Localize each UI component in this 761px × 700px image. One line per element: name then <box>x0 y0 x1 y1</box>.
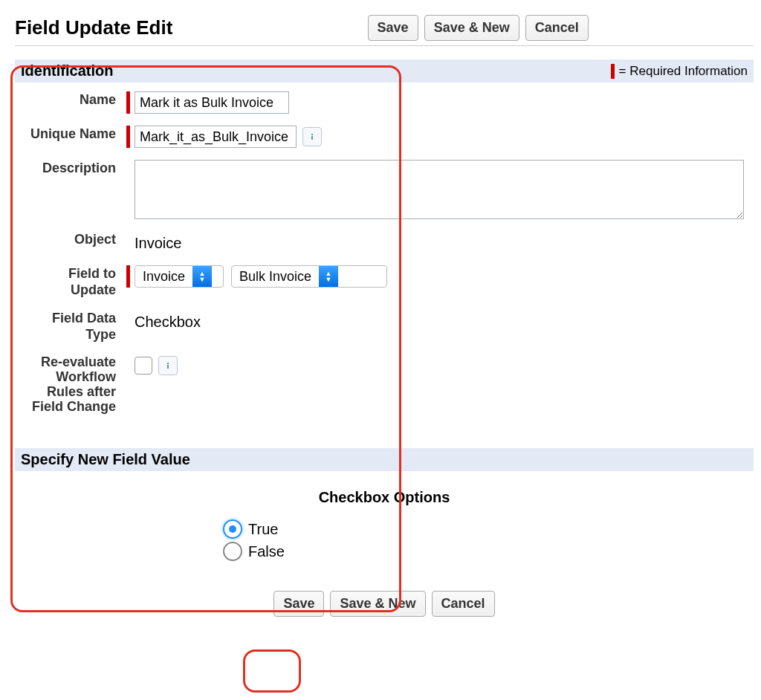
false-radio-label: False <box>248 543 285 560</box>
identification-header: Identification = Required Information <box>15 59 754 82</box>
annotation-highlight-save <box>243 649 301 693</box>
object-label: Object <box>21 231 126 247</box>
required-legend-text: = Required Information <box>619 64 748 79</box>
select-value: Bulk Invoice <box>232 269 319 285</box>
chevron-updown-icon: ▲▼ <box>319 266 338 287</box>
svg-point-0 <box>311 134 313 135</box>
description-label: Description <box>21 160 126 176</box>
save-and-new-button-top[interactable]: Save & New <box>424 15 519 41</box>
true-radio[interactable] <box>223 519 242 539</box>
field-to-update-select-2[interactable]: Bulk Invoice ▲▼ <box>231 265 387 288</box>
name-label: Name <box>21 91 126 108</box>
name-input[interactable] <box>135 91 289 114</box>
specify-header: Specify New Field Value <box>15 448 754 471</box>
unique-name-label: Unique Name <box>21 126 126 142</box>
required-bar-icon <box>126 91 130 114</box>
field-to-update-label: Field to Update <box>21 265 126 298</box>
select-value: Invoice <box>135 269 192 285</box>
chevron-updown-icon: ▲▼ <box>192 266 212 287</box>
info-icon[interactable] <box>158 356 178 375</box>
reevaluate-checkbox[interactable] <box>135 357 152 375</box>
checkbox-options-title: Checkbox Options <box>15 489 754 506</box>
required-bar-icon <box>126 265 130 288</box>
cancel-button-top[interactable]: Cancel <box>525 15 589 41</box>
description-textarea[interactable] <box>135 160 744 219</box>
save-button-top[interactable]: Save <box>368 15 418 41</box>
field-data-type-label: Field Data Type <box>21 310 126 343</box>
svg-point-2 <box>167 363 169 364</box>
required-bar-icon <box>126 126 130 148</box>
save-and-new-button-bottom[interactable]: Save & New <box>330 591 425 617</box>
required-bar-icon <box>611 64 615 79</box>
field-data-type-value: Checkbox <box>135 312 201 331</box>
top-button-row: Save Save & New Cancel <box>202 15 754 41</box>
save-button-bottom[interactable]: Save <box>273 591 324 617</box>
true-radio-label: True <box>248 521 278 538</box>
info-icon[interactable] <box>302 127 322 146</box>
unique-name-input[interactable] <box>135 126 297 148</box>
object-value: Invoice <box>135 233 181 252</box>
svg-rect-3 <box>167 365 169 369</box>
specify-header-label: Specify New Field Value <box>21 451 190 468</box>
false-radio[interactable] <box>223 542 242 561</box>
identification-header-label: Identification <box>21 62 113 80</box>
required-legend: = Required Information <box>611 64 748 79</box>
reevaluate-label: Re-evaluate Workflow Rules after Field C… <box>21 354 126 414</box>
svg-rect-1 <box>311 136 313 140</box>
bottom-button-row: Save Save & New Cancel <box>15 591 754 617</box>
page-title: Field Update Edit <box>15 16 172 39</box>
cancel-button-bottom[interactable]: Cancel <box>432 591 495 617</box>
field-to-update-select-1[interactable]: Invoice ▲▼ <box>135 265 224 288</box>
